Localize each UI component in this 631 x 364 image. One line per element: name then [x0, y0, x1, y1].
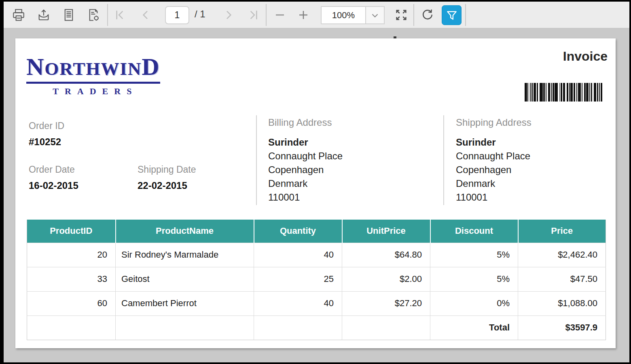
logo-name: NORTHWIND [26, 53, 160, 84]
billing-address-label: Billing Address [268, 116, 343, 129]
cell-quantity: 40 [254, 291, 342, 315]
refresh-button[interactable] [419, 6, 436, 24]
plus-icon [297, 9, 309, 21]
export-button[interactable] [35, 6, 53, 24]
zoom-control [321, 6, 385, 24]
expand-arrows-icon [394, 8, 408, 22]
cell-price: $2,462.40 [518, 243, 606, 267]
last-page-button[interactable] [244, 6, 262, 24]
toolbar-separator [413, 4, 414, 26]
total-label: Total [430, 315, 518, 340]
first-page-button[interactable] [112, 6, 129, 24]
order-id-label: Order ID [29, 121, 64, 131]
cell-product-id: 33 [27, 267, 116, 291]
column-header: Price [518, 220, 606, 243]
billing-line: 110001 [268, 190, 343, 204]
shipping-address-label: Shipping Address [456, 116, 531, 129]
shipping-line: Copenhagen [456, 163, 531, 177]
column-header: Discount [430, 220, 518, 243]
page-setup-button[interactable] [85, 6, 102, 24]
cell-price: $47.50 [518, 267, 606, 291]
document-gear-icon [87, 8, 100, 22]
billing-line: Copenhagen [268, 163, 343, 177]
billing-line: Denmark [268, 177, 343, 190]
barcode-image [525, 83, 605, 102]
shipping-line: 110001 [456, 190, 531, 204]
toolbar-separator [266, 4, 267, 26]
filter-funnel-icon [445, 8, 459, 22]
billing-address-block: Billing Address Surinder Connaught Place… [268, 116, 343, 204]
order-id-block: Order ID #10252 [29, 121, 64, 148]
next-page-button[interactable] [220, 6, 237, 24]
cell-empty [342, 315, 430, 340]
last-page-icon [246, 8, 259, 21]
previous-page-icon [139, 8, 152, 21]
filter-button[interactable] [442, 5, 462, 25]
order-id-value: #10252 [29, 136, 64, 148]
report-page: NORTHWIND TRADERS Invoice Order ID #1025… [15, 38, 616, 348]
cell-product-id: 20 [27, 243, 116, 267]
cell-discount: 0% [430, 291, 518, 315]
shipping-date-label: Shipping Date [138, 164, 196, 175]
print-layout-button[interactable] [60, 6, 78, 24]
page-total-label: / 1 [195, 8, 205, 20]
divider [443, 115, 444, 205]
cell-price: $1,088.00 [518, 291, 606, 315]
report-title: Invoice [563, 49, 608, 64]
table-row: 60 Camembert Pierrot 40 $27.20 0% $1,088… [27, 291, 606, 315]
cell-quantity: 25 [254, 267, 342, 291]
divider [256, 115, 257, 205]
print-button[interactable] [10, 6, 28, 24]
cell-product-id: 60 [27, 291, 116, 315]
minus-icon [274, 9, 286, 21]
column-header: ProductName [116, 220, 254, 243]
zoom-dropdown-button[interactable] [366, 6, 385, 24]
shipping-address-block: Shipping Address Surinder Connaught Plac… [456, 116, 531, 204]
chevron-down-icon [370, 10, 380, 21]
toolbar-separator [465, 4, 466, 26]
cell-product-name: Geitost [116, 267, 254, 291]
table-header-row: ProductID ProductName Quantity UnitPrice… [27, 220, 606, 243]
cell-empty [27, 315, 116, 340]
billing-line: Connaught Place [268, 149, 343, 163]
order-date-block: Order Date 16-02-2015 [29, 164, 78, 191]
shipping-date-block: Shipping Date 22-02-2015 [138, 164, 196, 191]
export-icon [37, 8, 51, 22]
cell-unit-price: $64.80 [342, 243, 430, 267]
fit-to-page-button[interactable] [392, 6, 410, 24]
shipping-line: Connaught Place [456, 149, 531, 163]
report-viewer-area: NORTHWIND TRADERS Invoice Order ID #1025… [4, 29, 629, 362]
shipping-date-value: 22-02-2015 [138, 180, 196, 191]
cell-product-name: Sir Rodney's Marmalade [116, 243, 254, 267]
order-date-label: Order Date [29, 164, 78, 175]
toolbar-separator [107, 4, 108, 26]
cell-product-name: Camembert Pierrot [116, 291, 254, 315]
toolbar: / 1 [4, 2, 629, 28]
table-total-row: Total $3597.9 [27, 315, 606, 340]
first-page-icon [114, 8, 127, 21]
table-row: 33 Geitost 25 $2.00 5% $47.50 [27, 267, 606, 291]
previous-page-button[interactable] [137, 6, 155, 24]
cell-discount: 5% [430, 267, 518, 291]
cell-empty [116, 315, 254, 340]
report-viewer-window: / 1 [4, 2, 629, 362]
next-page-icon [222, 8, 235, 21]
logo-subtitle: TRADERS [26, 86, 160, 97]
page-number-input[interactable] [165, 6, 189, 24]
cell-unit-price: $2.00 [342, 267, 430, 291]
printer-icon [12, 8, 25, 22]
shipping-line: Denmark [456, 177, 531, 190]
column-header: Quantity [254, 220, 342, 243]
cell-unit-price: $27.20 [342, 291, 430, 315]
zoom-level-input[interactable] [321, 6, 366, 24]
document-lines-icon [62, 8, 76, 22]
zoom-in-button[interactable] [294, 6, 312, 24]
column-header: UnitPrice [342, 220, 430, 243]
total-value: $3597.9 [518, 315, 606, 340]
billing-name: Surinder [268, 135, 343, 149]
zoom-out-button[interactable] [271, 6, 289, 24]
column-header: ProductID [27, 220, 116, 243]
invoice-items-table: ProductID ProductName Quantity UnitPrice… [27, 220, 606, 340]
shipping-name: Surinder [456, 135, 531, 149]
order-date-value: 16-02-2015 [29, 180, 78, 191]
